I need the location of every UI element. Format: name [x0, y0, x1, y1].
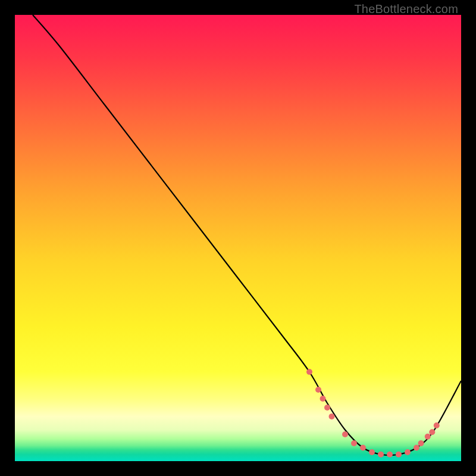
gradient-background: [15, 15, 461, 461]
highlight-dot: [342, 431, 348, 437]
highlight-dot: [378, 452, 384, 458]
highlight-dot: [405, 449, 411, 455]
highlight-dot: [369, 449, 375, 455]
highlight-dot: [396, 452, 402, 458]
chart-frame: [15, 15, 461, 461]
highlight-dot: [387, 452, 393, 458]
highlight-dot: [315, 387, 321, 393]
highlight-dot: [306, 369, 312, 375]
highlight-dot: [414, 445, 419, 451]
highlight-dot: [324, 405, 330, 411]
bottleneck-chart: [15, 15, 461, 461]
highlight-dot: [351, 440, 357, 446]
highlight-dot: [329, 414, 335, 419]
watermark-text: TheBottleneck.com: [354, 2, 458, 16]
highlight-dot: [418, 440, 424, 446]
highlight-dot: [360, 445, 366, 451]
highlight-dot: [434, 422, 440, 428]
highlight-dot: [320, 396, 326, 402]
highlight-dot: [425, 434, 431, 440]
highlight-dot: [429, 429, 435, 435]
